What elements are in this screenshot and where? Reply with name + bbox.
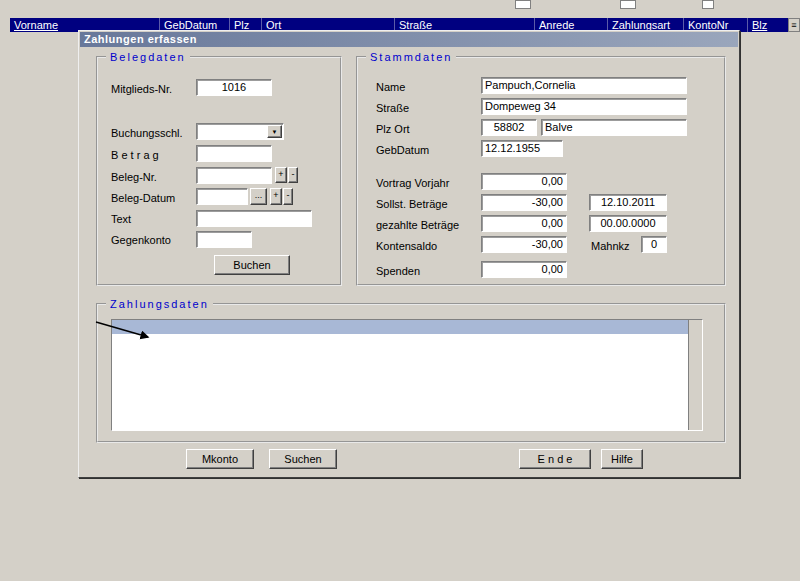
- spenden-input[interactable]: 0,00: [481, 261, 567, 278]
- beleg-datum-label: Beleg-Datum: [111, 192, 175, 204]
- text-label: Text: [111, 213, 131, 225]
- mkonto-button[interactable]: Mkonto: [186, 449, 254, 469]
- beleg-nr-input[interactable]: [196, 167, 272, 184]
- buchen-button[interactable]: Buchen: [214, 255, 290, 275]
- annotation-arrow: [92, 318, 162, 346]
- gegenkonto-label: Gegenkonto: [111, 234, 171, 246]
- betrag-input[interactable]: [196, 145, 272, 162]
- application-window: VornameGebDatumPlzOrtStraßeAnredeZahlung…: [0, 0, 800, 581]
- gezahlte-betraege-input[interactable]: 0,00: [481, 215, 567, 232]
- kontensaldo-input[interactable]: -30,00: [481, 236, 567, 253]
- beleg-nr-label: Beleg-Nr.: [111, 171, 157, 183]
- buchungsschl-label: Buchungsschl.: [111, 127, 183, 139]
- spenden-label: Spenden: [376, 265, 420, 277]
- hilfe-button[interactable]: Hilfe: [601, 449, 643, 469]
- strasse-input[interactable]: Dompeweg 34: [481, 98, 687, 115]
- zahlungen-grid-main: [112, 320, 688, 430]
- buchungsschl-combobox[interactable]: ▼: [196, 123, 284, 140]
- zahlungen-erfassen-dialog: Zahlungen erfassen Belegdaten Mitglieds-…: [78, 30, 740, 478]
- top-strip: [0, 0, 800, 18]
- vortrag-vorjahr-label: Vortrag Vorjahr: [376, 177, 449, 189]
- beleg-nr-minus-button[interactable]: -: [288, 167, 298, 183]
- kontensaldo-label: Kontensaldo: [376, 240, 437, 252]
- sollst-datum-field[interactable]: 12.10.2011: [589, 194, 667, 211]
- toolbar-fragment: [515, 0, 531, 9]
- column-options-button[interactable]: ≡: [788, 18, 800, 32]
- belegdaten-group-label: Belegdaten: [106, 51, 190, 63]
- beleg-datum-plus-button[interactable]: +: [270, 188, 282, 205]
- vortrag-vorjahr-input[interactable]: 0,00: [481, 173, 567, 190]
- zahlungsdaten-group-label: Zahlungsdaten: [106, 298, 213, 310]
- gegenkonto-input[interactable]: [196, 231, 252, 248]
- stammdaten-group-label: Stammdaten: [366, 51, 456, 63]
- name-input[interactable]: Pampuch,Cornelia: [481, 77, 687, 94]
- gezahlt-datum-field[interactable]: 00.00.0000: [589, 215, 667, 232]
- sollst-betraege-input[interactable]: -30,00: [481, 194, 567, 211]
- zahlungen-grid: [111, 319, 703, 431]
- grid-header: [112, 320, 688, 334]
- toolbar-fragment: [702, 0, 714, 9]
- beleg-datum-input[interactable]: [196, 188, 248, 205]
- toolbar-fragment: [620, 0, 636, 9]
- beleg-nr-plus-button[interactable]: +: [275, 167, 287, 183]
- name-label: Name: [376, 81, 405, 93]
- mitglieds-nr-input[interactable]: 1016: [196, 79, 272, 96]
- dialog-titlebar[interactable]: Zahlungen erfassen: [80, 32, 738, 47]
- gezahlte-betraege-label: gezahlte Beträge: [376, 219, 459, 231]
- gebdatum-label: GebDatum: [376, 144, 429, 156]
- plz-ort-label: Plz Ort: [376, 123, 410, 135]
- sollst-betraege-label: Sollst. Beträge: [376, 198, 448, 210]
- ort-input[interactable]: Balve: [541, 119, 687, 136]
- betrag-label: B e t r a g: [111, 149, 159, 161]
- suchen-button[interactable]: Suchen: [269, 449, 337, 469]
- mitglieds-nr-label: Mitglieds-Nr.: [111, 83, 172, 95]
- grid-scrollbar: [688, 320, 702, 430]
- ende-button[interactable]: E n d e: [519, 449, 591, 469]
- plz-input[interactable]: 58802: [481, 119, 537, 136]
- text-input[interactable]: [196, 210, 312, 227]
- chevron-down-icon[interactable]: ▼: [267, 125, 282, 138]
- mahnkz-input[interactable]: 0: [641, 236, 667, 253]
- gebdatum-input[interactable]: 12.12.1955: [481, 140, 563, 157]
- beleg-datum-minus-button[interactable]: -: [283, 188, 293, 205]
- strasse-label: Straße: [376, 102, 409, 114]
- mahnkz-label: Mahnkz: [591, 240, 630, 252]
- beleg-datum-picker-button[interactable]: ...: [250, 188, 267, 205]
